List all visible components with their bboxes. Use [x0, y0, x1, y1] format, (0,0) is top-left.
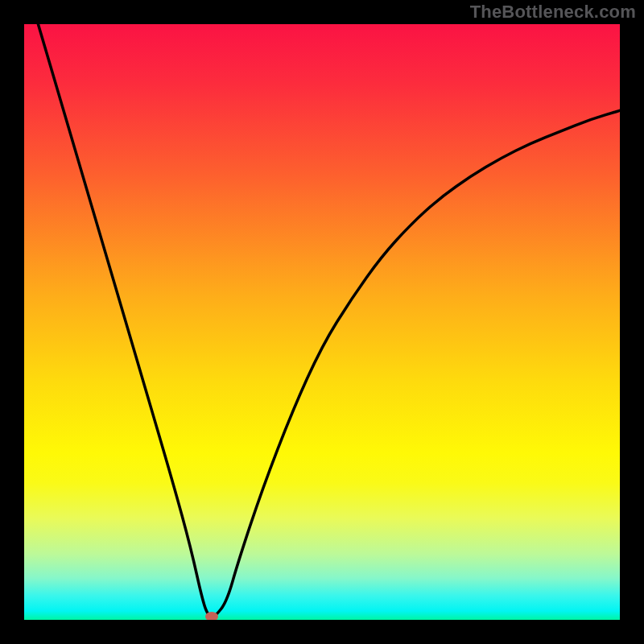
chart-frame: TheBottleneck.com — [0, 0, 644, 644]
plot-area — [24, 24, 620, 620]
optimal-point-marker — [205, 612, 218, 620]
watermark-text: TheBottleneck.com — [470, 2, 636, 23]
bottleneck-curve — [24, 24, 620, 620]
curve-path — [24, 24, 620, 617]
